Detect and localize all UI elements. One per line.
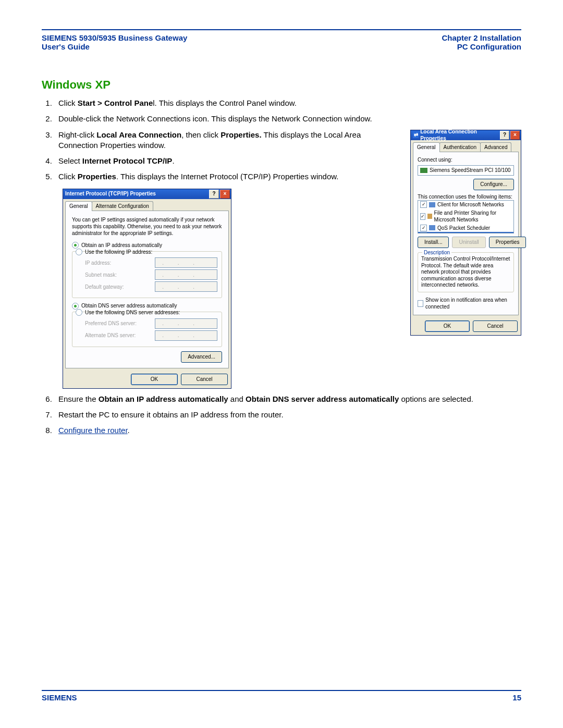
header-section: PC Configuration	[442, 42, 521, 51]
header-title: SIEMENS 5930/5935 Business Gateway	[42, 33, 187, 42]
tab-general[interactable]: General	[65, 201, 92, 212]
uninstall-button: Uninstall	[452, 237, 485, 248]
gateway-field: ...	[155, 281, 217, 292]
instruction-list: Click Start > Control Panel. This displa…	[54, 98, 521, 436]
radio-manual-dns[interactable]: Use the following DNS server addresses:	[76, 309, 217, 316]
radio-auto-dns[interactable]: Obtain DNS server address automatically	[72, 302, 222, 310]
page-header: SIEMENS 5930/5935 Business Gateway User'…	[42, 30, 521, 52]
header-chapter: Chapter 2 Installation	[442, 33, 521, 42]
radio-manual-ip[interactable]: Use the following IP address:	[76, 249, 217, 256]
lac-title: Local Area Connection Properties	[420, 128, 499, 142]
tcpip-titlebar[interactable]: Internet Protocol (TCP/IP) Properties ? …	[63, 189, 231, 199]
description-group: Description Transmission Control Protoco…	[418, 252, 514, 292]
show-icon-checkbox[interactable]	[418, 300, 423, 307]
radio-auto-ip[interactable]: Obtain an IP address automatically	[72, 242, 222, 249]
help-icon[interactable]: ?	[500, 131, 509, 140]
header-subtitle: User's Guide	[42, 42, 187, 51]
nic-icon	[420, 168, 427, 173]
alternate-dns-field: ...	[155, 330, 217, 341]
radio-icon[interactable]	[76, 309, 82, 316]
items-label: This connection uses the following items…	[418, 193, 514, 201]
list-item[interactable]: ✓File and Printer Sharing for Microsoft …	[418, 209, 513, 224]
description-text: Transmission Control Protocol/Internet P…	[421, 256, 510, 289]
manual-ip-group: . Use the following IP address: IP addre…	[72, 251, 222, 299]
network-icon: ⇄	[413, 132, 419, 138]
cancel-button[interactable]: Cancel	[473, 320, 518, 332]
service-icon	[429, 225, 435, 230]
tab-alternate[interactable]: Alternate Configuration	[92, 201, 153, 211]
close-icon[interactable]: ×	[510, 131, 520, 140]
tcpip-properties-dialog: Internet Protocol (TCP/IP) Properties ? …	[63, 189, 231, 389]
connection-items-list[interactable]: ✓Client for Microsoft Networks ✓File and…	[418, 200, 514, 233]
show-icon-label: Show icon in notification area when conn…	[425, 297, 514, 311]
connect-using-label: Connect using:	[418, 156, 514, 164]
step-1: Click Start > Control Panel. This displa…	[54, 98, 521, 108]
list-item[interactable]: ✓QoS Packet Scheduler	[418, 224, 513, 232]
configure-router-link[interactable]: Configure the router	[58, 426, 128, 435]
properties-button[interactable]: Properties	[489, 237, 527, 248]
checkbox-icon[interactable]: ✓	[420, 225, 427, 231]
intro-text: You can get IP settings assigned automat…	[72, 216, 222, 237]
ok-button[interactable]: OK	[425, 320, 470, 332]
service-icon	[427, 214, 432, 219]
list-item-tcpip[interactable]: ✓Internet Protocol (TCP/IP)	[418, 232, 513, 233]
section-heading: Windows XP	[42, 78, 521, 92]
close-icon[interactable]: ×	[220, 190, 230, 199]
tab-authentication[interactable]: Authentication	[439, 142, 481, 152]
checkbox-icon[interactable]: ✓	[420, 201, 427, 208]
step-6: Ensure the Obtain an IP address automati…	[54, 394, 521, 404]
page-number: 15	[512, 693, 521, 702]
step-7: Restart the PC to ensure it obtains an I…	[54, 410, 521, 420]
help-icon[interactable]: ?	[209, 190, 219, 199]
manual-dns-group: . Use the following DNS server addresses…	[72, 312, 222, 347]
step-3: ⇄ Local Area Connection Properties ? × G…	[54, 130, 521, 151]
preferred-dns-field: ...	[155, 318, 217, 329]
subnet-mask-field: ...	[155, 269, 217, 280]
nic-field: Siemens SpeedStream PCI 10/100	[418, 165, 514, 176]
tab-general[interactable]: General	[413, 142, 440, 153]
checkbox-icon[interactable]: ✓	[420, 213, 425, 220]
tcpip-title: Internet Protocol (TCP/IP) Properties	[65, 190, 156, 198]
radio-icon[interactable]	[72, 242, 79, 249]
install-button[interactable]: Install...	[418, 237, 449, 248]
list-item[interactable]: ✓Client for Microsoft Networks	[418, 201, 513, 209]
advanced-button[interactable]: Advanced...	[181, 351, 222, 363]
lac-properties-dialog: ⇄ Local Area Connection Properties ? × G…	[410, 130, 521, 336]
footer-brand: SIEMENS	[42, 693, 77, 702]
configure-button[interactable]: Configure...	[473, 179, 514, 190]
checkbox-icon[interactable]: ✓	[420, 232, 427, 233]
radio-icon[interactable]	[76, 249, 82, 255]
lac-titlebar[interactable]: ⇄ Local Area Connection Properties ? ×	[411, 130, 521, 140]
client-icon	[429, 202, 435, 207]
ip-address-field: ...	[155, 257, 217, 268]
step-2: Double-click the Network Connections ico…	[54, 114, 521, 124]
cancel-button[interactable]: Cancel	[181, 374, 228, 385]
ok-button[interactable]: OK	[131, 374, 178, 385]
tab-advanced[interactable]: Advanced	[480, 142, 511, 152]
radio-icon[interactable]	[72, 303, 79, 310]
step-8: Configure the router.	[54, 425, 521, 436]
